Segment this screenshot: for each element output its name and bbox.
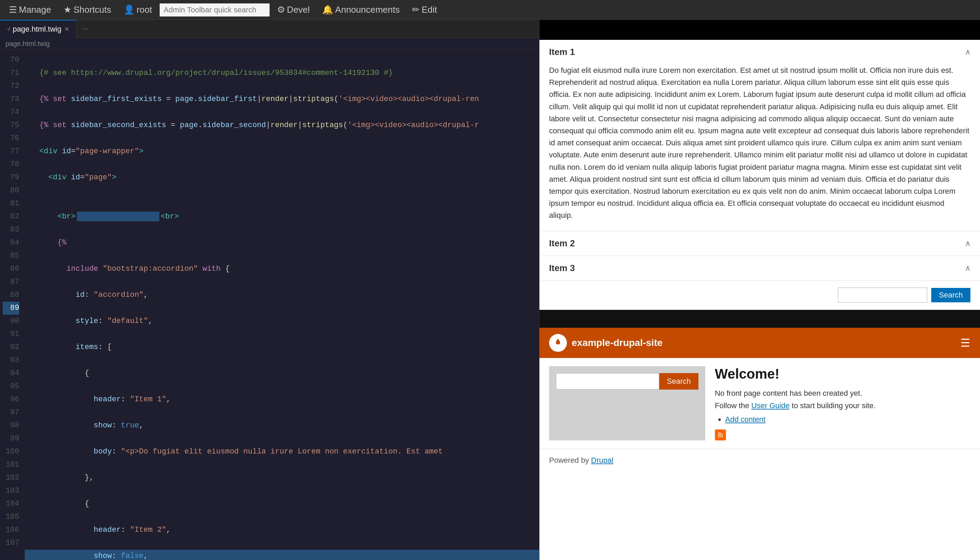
preview-search-button[interactable]: Search [931,288,970,302]
main-area: ·/ page.html.twig ✕ ··· page.html.twig 7… [0,20,980,560]
edit-icon: ✏ [412,5,420,15]
drupal-search-form: Search [556,373,698,390]
preview-black-bar [540,20,980,40]
drupal-search-button[interactable]: Search [659,373,698,390]
editor-body[interactable]: 7071727374 7576777879 8081828384 8586878… [0,50,539,560]
chevron-up-icon-2: ∧ [965,239,970,248]
tab-close-icon[interactable]: ✕ [64,25,69,33]
drupal-action-list: Add content [715,415,970,424]
drupal-logo-icon [549,334,567,352]
drupal-logo-area: example-drupal-site [549,334,663,352]
black-separator [540,310,980,328]
gear-icon: ⚙ [277,5,285,15]
dot-icon: ·/ [7,26,10,32]
tab-overflow-button[interactable]: ··· [76,24,94,33]
editor-breadcrumb: page.html.twig [0,38,539,50]
accordion-item-3: Item 3 ∧ [540,256,980,281]
accordion-header-2[interactable]: Item 2 ∧ [540,231,980,256]
root-button[interactable]: 👤 root [119,2,157,17]
shortcuts-button[interactable]: ★ Shortcuts [59,2,116,17]
drupal-footer: Powered by Drupal [540,449,980,472]
editor-pane: ·/ page.html.twig ✕ ··· page.html.twig 7… [0,20,539,560]
drupal-search-area: Search [549,366,705,440]
drupal-main: Search Welcome! No front page content ha… [540,358,980,448]
editor-tabs: ·/ page.html.twig ✕ ··· [0,20,539,38]
rss-icon [715,430,726,440]
devel-button[interactable]: ⚙ Devel [272,2,314,17]
root-label: root [137,5,152,15]
tab-label: page.html.twig [13,25,61,34]
accordion-label-1: Item 1 [549,47,575,57]
preview-content: Item 1 ∧ Do fugiat elit eiusmod nulla ir… [540,40,980,560]
star-icon: ★ [63,5,71,15]
manage-button[interactable]: ☰ Manage [4,2,56,17]
preview-search-bar: Search [540,281,980,310]
chevron-up-icon-1: ∧ [965,48,970,57]
drupal-welcome-title: Welcome! [715,366,970,382]
drupal-welcome-section: Welcome! No front page content has been … [715,366,970,440]
accordion-item-2: Item 2 ∧ [540,231,980,256]
drupal-footer-link[interactable]: Drupal [591,456,613,465]
code-content[interactable]: {# see https://www.drupal.org/project/dr… [25,50,539,560]
accordion-header-3[interactable]: Item 3 ∧ [540,256,980,280]
user-icon: 👤 [124,5,135,15]
announcements-label: Announcements [335,5,400,15]
drupal-menu-icon[interactable]: ☰ [960,336,970,349]
drupal-topbar: example-drupal-site ☰ [540,328,980,358]
bell-icon: 🔔 [322,5,333,15]
accordion-header-1[interactable]: Item 1 ∧ [540,40,980,64]
preview-search-input[interactable] [838,288,927,303]
announcements-button[interactable]: 🔔 Announcements [317,2,405,17]
drupal-preview: example-drupal-site ☰ Search Welcome! [540,328,980,560]
accordion-body-1: Do fugiat elit eiusmod nulla irure Lorem… [540,64,980,231]
admin-search-input[interactable] [159,3,269,17]
manage-label: Manage [19,5,51,15]
menu-icon: ☰ [9,5,17,15]
accordion-item-1: Item 1 ∧ Do fugiat elit eiusmod nulla ir… [540,40,980,231]
shortcuts-label: Shortcuts [73,5,111,15]
add-content-link[interactable]: Add content [725,415,766,423]
accordion-label-2: Item 2 [549,238,575,249]
accordion-label-3: Item 3 [549,263,575,273]
drupal-search-input[interactable] [556,373,659,390]
line-numbers: 7071727374 7576777879 8081828384 8586878… [0,50,25,560]
preview-pane: Item 1 ∧ Do fugiat elit eiusmod nulla ir… [539,20,980,560]
edit-label: Edit [422,5,437,15]
chevron-up-icon-3: ∧ [965,264,970,273]
edit-button[interactable]: ✏ Edit [407,2,442,17]
devel-label: Devel [287,5,310,15]
drupal-site-name: example-drupal-site [572,337,663,348]
admin-toolbar: ☰ Manage ★ Shortcuts 👤 root ⚙ Devel 🔔 An… [0,0,980,20]
drupal-welcome-text: No front page content has been created y… [715,387,970,411]
svg-point-1 [718,436,719,437]
editor-tab-page-html-twig[interactable]: ·/ page.html.twig ✕ [0,20,76,38]
user-guide-link[interactable]: User Guide [751,401,789,410]
